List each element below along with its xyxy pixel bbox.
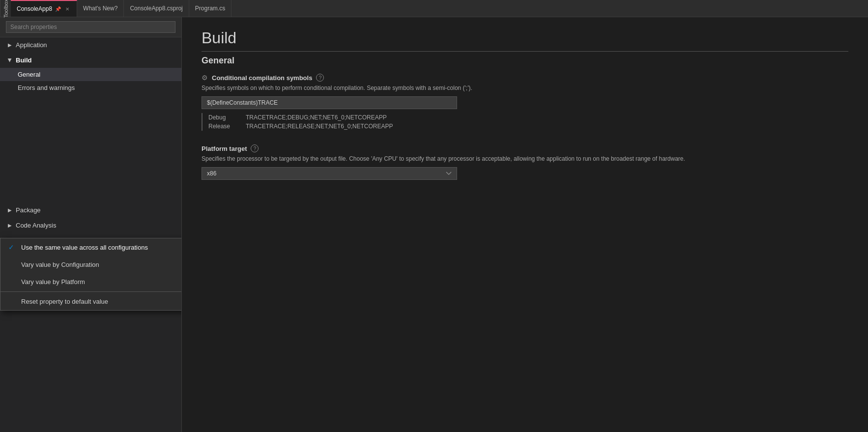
config-value: TRACETRACE;RELEASE;NET;NET6_0;NETCOREAPP xyxy=(246,123,393,130)
chevron-right-icon: ▶ xyxy=(8,223,12,228)
chevron-right-icon: ▶ xyxy=(8,207,12,213)
dropdown-item-vary-platform[interactable]: Vary value by Platform xyxy=(0,273,182,290)
dropdown-menu: ✓ Use the same value across all configur… xyxy=(0,238,182,311)
tab-whatsnew[interactable]: What's New? xyxy=(77,0,124,17)
tab-bar: Toolbox ConsoleApp8 📌 ✕ What's New? Cons… xyxy=(0,0,868,17)
sidebar-item-label: Errors and warnings xyxy=(18,84,75,91)
preview-row-release: Release TRACETRACE;RELEASE;NET;NET6_0;NE… xyxy=(208,122,848,131)
dropdown-item-same-value[interactable]: ✓ Use the same value across all configur… xyxy=(0,238,182,256)
chevron-right-icon: ▶ xyxy=(8,42,12,48)
dropdown-item-label: Vary value by Platform xyxy=(21,278,85,286)
search-bar xyxy=(0,17,181,37)
sidebar-item-errors[interactable]: Errors and warnings xyxy=(0,81,181,94)
tab-consoleapp8[interactable]: ConsoleApp8 📌 ✕ xyxy=(11,0,77,17)
field-description: Specifies symbols on which to perform co… xyxy=(202,84,848,92)
tab-label: Program.cs xyxy=(195,5,225,12)
tab-program[interactable]: Program.cs xyxy=(189,0,231,17)
gear-icon: ⚙ xyxy=(202,74,208,82)
field-label: Platform target xyxy=(202,145,247,152)
sidebar-item-application[interactable]: ▶ Application xyxy=(0,37,181,53)
sidebar-item-codeanalysis[interactable]: ▶ Code Analysis xyxy=(0,218,181,233)
tab-csproj[interactable]: ConsoleApp8.csproj xyxy=(124,0,189,17)
sidebar-item-label: Package xyxy=(16,206,41,214)
tab-label: ConsoleApp8 xyxy=(17,5,52,12)
conditional-symbols-input[interactable] xyxy=(202,96,457,109)
preview-table: Debug TRACETRACE;DEBUG;NET;NET6_0;NETCOR… xyxy=(202,113,848,131)
config-value: TRACETRACE;DEBUG;NET;NET6_0;NETCOREAPP xyxy=(246,114,387,121)
pin-icon[interactable]: 📌 xyxy=(55,6,61,12)
dropdown-item-label: Reset property to default value xyxy=(21,298,108,305)
sidebar-item-label: General xyxy=(18,71,40,78)
content-area: Build General ⚙ Conditional compilation … xyxy=(182,17,868,432)
platform-target-select[interactable]: Any CPU x86 x64 ARM ARM64 xyxy=(202,167,457,180)
main-layout: ▶ Application ▶ Build General Errors and… xyxy=(0,17,868,432)
sidebar-item-label: Build xyxy=(16,57,32,64)
tab-label: What's New? xyxy=(83,5,117,12)
dropdown-item-label: Vary value by Configuration xyxy=(21,261,99,268)
dropdown-item-label: Use the same value across all configurat… xyxy=(21,244,148,251)
config-label: Release xyxy=(208,123,238,130)
field-label: Conditional compilation symbols xyxy=(212,74,312,82)
close-icon[interactable]: ✕ xyxy=(64,6,71,12)
tab-label: ConsoleApp8.csproj xyxy=(130,5,182,12)
field-platform-target: Platform target ? Specifies the processo… xyxy=(202,144,848,180)
preview-row-debug: Debug TRACETRACE;DEBUG;NET;NET6_0;NETCOR… xyxy=(208,113,848,122)
dropdown-container: Errors and warnings ✓ Use the same value… xyxy=(0,81,181,94)
sidebar-item-general[interactable]: General xyxy=(0,68,181,81)
field-description: Specifies the processor to be targeted b… xyxy=(202,154,848,163)
help-icon[interactable]: ? xyxy=(316,74,324,82)
dropdown-item-vary-config[interactable]: Vary value by Configuration xyxy=(0,256,182,273)
sidebar-item-label: Code Analysis xyxy=(16,222,56,229)
dropdown-item-reset[interactable]: Reset property to default value xyxy=(0,293,182,310)
search-input[interactable] xyxy=(6,21,175,33)
field-conditional-symbols: ⚙ Conditional compilation symbols ? Spec… xyxy=(202,74,848,131)
config-label: Debug xyxy=(208,114,238,121)
sidebar: ▶ Application ▶ Build General Errors and… xyxy=(0,17,182,432)
divider xyxy=(0,291,182,292)
section-title: General xyxy=(202,56,848,66)
field-header: ⚙ Conditional compilation symbols ? xyxy=(202,74,848,82)
chevron-down-icon: ▶ xyxy=(7,58,13,62)
toolbox-strip[interactable]: Toolbox xyxy=(0,0,11,17)
sidebar-item-package[interactable]: ▶ Package xyxy=(0,202,181,218)
check-icon: ✓ xyxy=(8,243,16,251)
sidebar-item-label: Application xyxy=(16,41,47,49)
sidebar-item-build[interactable]: ▶ Build xyxy=(0,53,181,68)
page-title: Build xyxy=(202,29,848,52)
help-icon[interactable]: ? xyxy=(251,144,259,152)
field-header: Platform target ? xyxy=(202,144,848,152)
